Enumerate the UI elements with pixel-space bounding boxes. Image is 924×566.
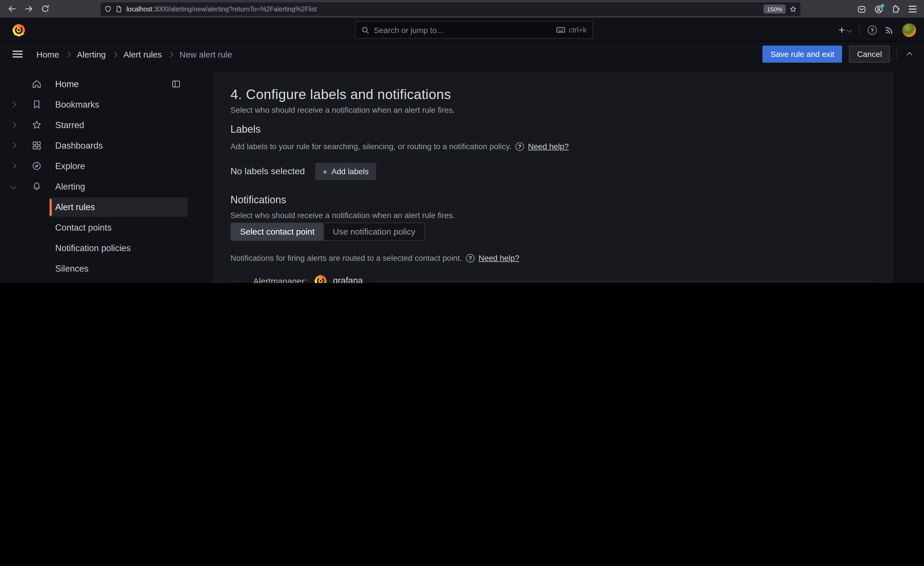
breadcrumb-separator-icon [65, 51, 71, 57]
cancel-button[interactable]: Cancel [849, 45, 890, 63]
account-badge [881, 4, 884, 7]
divider [859, 24, 860, 36]
extensions-icon[interactable] [892, 5, 900, 14]
dashboards-grid-icon [31, 140, 42, 151]
step4-card: 4. Configure labels and notifications Se… [214, 72, 893, 283]
add-labels-label: Add labels [332, 167, 369, 176]
tab-select-contact-point[interactable]: Select contact point [231, 223, 324, 240]
browser-chrome: localhost:3000/alerting/new/alerting?ret… [0, 0, 924, 18]
sidebar-item-starred[interactable]: Starred [0, 115, 191, 135]
sidebar-item-label: Bookmarks [55, 99, 99, 110]
alerting-bell-icon [31, 181, 42, 192]
labels-description: Add labels to your rule for searching, s… [230, 142, 512, 151]
sidebar-item-contact-points[interactable]: Contact points [0, 218, 191, 238]
bookmark-star-icon[interactable] [790, 6, 796, 12]
shortcut-label: ctrl+k [568, 26, 586, 34]
active-indicator-bar [50, 199, 52, 216]
step4-subtitle: Select who should receive a notification… [230, 105, 877, 115]
shield-icon[interactable] [105, 6, 111, 12]
sidebar-subitem-label: Notification policies [55, 242, 130, 254]
sidebar-item-notification-policies[interactable]: Notification policies [0, 238, 191, 259]
alertmanager-row: Alertmanager: grafana [230, 273, 877, 283]
divider [897, 48, 897, 60]
sidebar-item-label: Alerting [55, 181, 85, 193]
dock-menu-icon[interactable] [171, 79, 181, 89]
sidebar-item-label: Home [55, 78, 79, 90]
keyboard-icon [556, 25, 565, 35]
search-input[interactable] [374, 26, 551, 35]
alertmanager-name: grafana [333, 275, 363, 283]
chevron-right-icon[interactable] [10, 122, 16, 128]
alertmanager-label: Alertmanager: [253, 276, 307, 283]
sidebar-item-alert-rules[interactable]: Alert rules [0, 197, 191, 218]
routing-need-help-link[interactable]: Need help? [478, 253, 519, 262]
chevron-down-icon[interactable] [10, 184, 16, 189]
sidebar-item-silences[interactable]: Silences [0, 259, 191, 279]
sidebar-item-bookmarks[interactable]: Bookmarks [0, 95, 191, 115]
plus-icon: + [322, 167, 328, 176]
explore-compass-icon [31, 161, 42, 172]
breadcrumb-current: New alert rule [180, 49, 232, 59]
screen: localhost:3000/alerting/new/alerting?ret… [0, 0, 924, 283]
divider [371, 280, 877, 281]
sidebar-item-home[interactable]: Home [0, 74, 191, 95]
address-bar[interactable]: localhost:3000/alerting/new/alerting?ret… [101, 2, 801, 16]
save-rule-button[interactable]: Save rule and exit [763, 45, 842, 63]
sidebar-item-explore[interactable]: Explore [0, 156, 191, 176]
browser-menu-icon[interactable] [909, 6, 916, 12]
sidebar-subitem-label: Silences [55, 263, 88, 274]
breadcrumb-home[interactable]: Home [36, 49, 59, 59]
sidebar-item-alerting[interactable]: Alerting [0, 176, 191, 197]
search-box: ctrl+k [355, 21, 593, 39]
labels-heading: Labels [230, 123, 877, 136]
bookmark-icon [31, 99, 42, 110]
step4-title: 4. Configure labels and notifications [230, 86, 877, 103]
notifications-heading: Notifications [230, 194, 877, 207]
back-icon[interactable] [8, 5, 16, 13]
help-circle-icon: ? [516, 142, 524, 151]
news-rss-icon[interactable] [885, 25, 894, 35]
pocket-icon[interactable] [857, 5, 866, 14]
zoom-level-badge[interactable]: 150% [764, 5, 786, 14]
breadcrumb-alert-rules[interactable]: Alert rules [123, 49, 162, 59]
chevron-right-icon[interactable] [10, 163, 16, 169]
page-info-icon[interactable] [116, 6, 122, 12]
home-icon [31, 78, 42, 89]
add-labels-button[interactable]: + Add labels [315, 163, 376, 180]
sidebar-nav: Home Bookmarks Starred Dashboards Explor… [0, 67, 191, 283]
user-avatar[interactable] [902, 23, 916, 37]
grafana-logo[interactable] [11, 23, 26, 38]
reload-icon[interactable] [41, 5, 50, 13]
mega-menu-icon[interactable] [12, 51, 23, 57]
notifications-description: Select who should receive a notification… [230, 210, 877, 220]
routing-note: Notifications for firing alerts are rout… [230, 253, 462, 262]
account-icon[interactable] [874, 5, 883, 14]
page-toolbar: Home Alerting Alert rules New alert rule… [0, 42, 924, 67]
no-labels-text: No labels selected [230, 166, 305, 176]
help-icon[interactable]: ? [868, 26, 877, 35]
forward-icon[interactable] [24, 5, 33, 13]
sidebar-item-dashboards[interactable]: Dashboards [0, 135, 191, 156]
labels-need-help-link[interactable]: Need help? [528, 142, 568, 151]
sidebar-item-label: Explore [55, 161, 85, 172]
notification-mode-group: Select contact point Use notification po… [230, 223, 425, 241]
breadcrumb-alerting[interactable]: Alerting [77, 49, 106, 59]
main-content: 4. Configure labels and notifications Se… [191, 67, 924, 283]
sidebar-item-label: Starred [55, 120, 84, 131]
sidebar-item-active-notifications[interactable]: Active notifications [0, 279, 191, 283]
sidebar-subitem-label: Alert rules [55, 202, 95, 213]
chevron-right-icon[interactable] [10, 143, 16, 148]
grafana-header: ctrl+k + ? [0, 18, 924, 42]
chevron-down-icon [846, 27, 852, 33]
url-text: localhost:3000/alerting/new/alerting?ret… [126, 6, 316, 12]
breadcrumb: Home Alerting Alert rules New alert rule [36, 49, 232, 59]
breadcrumb-separator-icon [112, 51, 117, 57]
chevron-right-icon[interactable] [10, 102, 16, 107]
tab-use-notification-policy[interactable]: Use notification policy [324, 223, 424, 240]
breadcrumb-separator-icon [168, 51, 174, 57]
url-path: :3000/alerting/new/alerting?returnTo=%2F… [152, 6, 317, 12]
url-host: localhost [126, 6, 152, 12]
new-menu-button[interactable]: + [838, 24, 851, 35]
collapse-toolbar-button[interactable] [904, 49, 915, 59]
search-icon [361, 26, 369, 34]
